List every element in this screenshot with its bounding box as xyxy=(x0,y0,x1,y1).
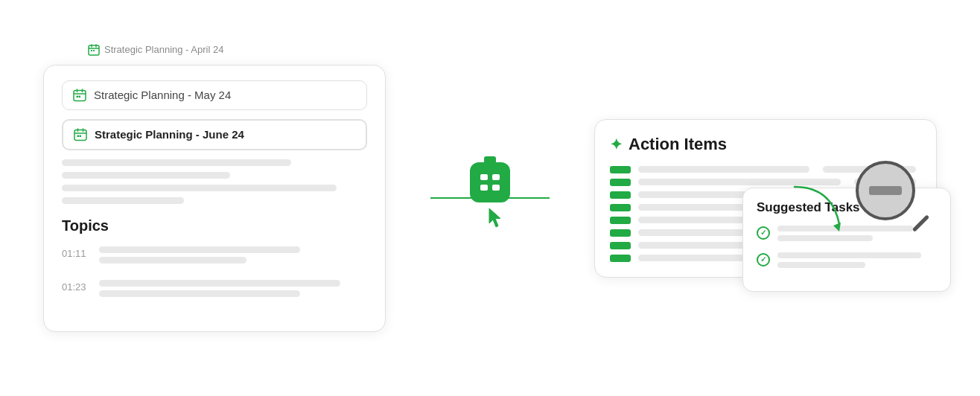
robot-icon xyxy=(470,162,510,234)
sparkle-icon: ✦ xyxy=(610,135,623,153)
sugg-lines-2 xyxy=(777,252,937,272)
ph-line-2 xyxy=(62,172,230,179)
topics-title: Topics xyxy=(62,217,367,234)
sugg-ph-1b xyxy=(777,235,873,241)
topics-section: Topics 01:11 01:23 xyxy=(62,217,367,303)
meeting-june-label: Strategic Planning - June 24 xyxy=(95,128,244,141)
green-bar-5 xyxy=(610,217,631,224)
left-placeholder-lines xyxy=(62,159,367,204)
check-mark-2: ✓ xyxy=(760,255,766,264)
svg-rect-5 xyxy=(93,50,95,51)
magnifier-lens xyxy=(869,186,902,195)
topic-row-2: 01:23 xyxy=(62,280,367,303)
calendar-float-icon xyxy=(88,44,100,56)
green-bar-3 xyxy=(610,191,631,199)
topic-lines-2 xyxy=(99,280,367,303)
topic-row-1: 01:11 xyxy=(62,246,367,269)
topic-ph-1a xyxy=(99,246,300,253)
float-label-text: Strategic Planning - April 24 xyxy=(104,44,223,55)
meeting-item-june[interactable]: Strategic Planning - June 24 xyxy=(62,119,367,150)
green-bar-2 xyxy=(610,179,631,186)
svg-rect-17 xyxy=(80,135,82,137)
action-ph-2 xyxy=(638,179,841,185)
robot-face xyxy=(476,170,504,195)
connector xyxy=(430,162,550,234)
green-bar-6 xyxy=(610,229,631,237)
green-bar-1 xyxy=(610,166,631,173)
ph-line-1 xyxy=(62,159,291,166)
floating-label: Strategic Planning - April 24 xyxy=(88,44,223,56)
calendar-icon-may xyxy=(73,89,86,102)
left-card: Strategic Planning - May 24 Strategic Pl… xyxy=(43,65,386,332)
action-ph-1 xyxy=(638,166,809,173)
topic-ph-2b xyxy=(99,290,300,297)
meeting-may-label: Strategic Planning - May 24 xyxy=(94,89,231,101)
sugg-ph-2a xyxy=(777,252,921,258)
suggested-row-2: ✓ xyxy=(757,252,937,272)
right-section: ✦ Action Items xyxy=(594,119,937,278)
sugg-ph-2b xyxy=(777,262,865,268)
action-items-header: ✦ Action Items xyxy=(610,135,921,154)
suggested-row-1: ✓ xyxy=(757,226,937,245)
robot-eye-2 xyxy=(492,174,500,180)
robot-eye-1 xyxy=(480,174,488,180)
topic-lines-1 xyxy=(99,246,367,269)
meeting-item-may[interactable]: Strategic Planning - May 24 xyxy=(62,80,367,110)
topic-ph-1b xyxy=(99,257,246,264)
robot-body xyxy=(470,162,510,202)
ph-line-3 xyxy=(62,185,337,191)
magnifier-icon xyxy=(856,161,915,220)
right-card: ✦ Action Items xyxy=(594,119,937,278)
green-bar-4 xyxy=(610,204,631,211)
left-section: Strategic Planning - April 24 Strategic … xyxy=(43,65,386,332)
svg-rect-11 xyxy=(79,95,81,98)
suggested-tasks-card: Suggested Tasks ✓ ✓ xyxy=(742,188,951,292)
action-items-title: Action Items xyxy=(629,135,727,154)
svg-rect-10 xyxy=(77,95,79,98)
topic-time-2: 01:23 xyxy=(62,281,89,293)
cursor-icon xyxy=(486,207,507,234)
green-bar-8 xyxy=(610,255,631,262)
calendar-icon-june xyxy=(74,128,87,141)
green-bar-7 xyxy=(610,242,631,249)
svg-rect-16 xyxy=(77,135,80,137)
check-circle-1: ✓ xyxy=(757,226,770,240)
ph-line-4 xyxy=(62,197,184,204)
check-circle-2: ✓ xyxy=(757,253,770,266)
robot-eye-3 xyxy=(480,185,488,191)
robot-eye-4 xyxy=(492,185,500,191)
check-mark-1: ✓ xyxy=(760,229,766,237)
svg-rect-4 xyxy=(91,50,92,51)
topic-time-1: 01:11 xyxy=(62,248,89,259)
topic-ph-2a xyxy=(99,280,340,287)
sugg-ph-1a xyxy=(777,226,913,231)
